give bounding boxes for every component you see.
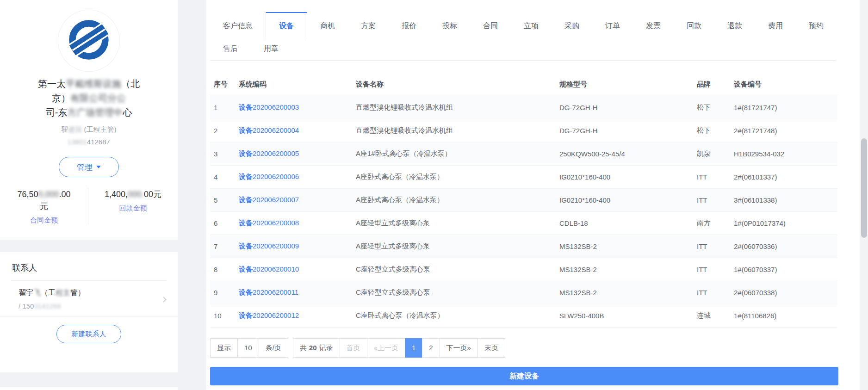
- device-code-link[interactable]: 设备202006200005: [239, 149, 299, 157]
- tab-row1-13[interactable]: 费用: [755, 12, 796, 40]
- cell-code: 设备202006200012: [239, 311, 356, 320]
- cell-index: 7: [210, 242, 239, 250]
- tab-bar: 客户信息设备商机方案报价投标合同立项采购订单发票回款退款费用预约 售后用章: [210, 0, 836, 61]
- column-header: 规格型号: [559, 80, 697, 89]
- table-header-row: 序号系统编码设备名称规格型号品牌设备编号: [210, 73, 837, 96]
- table-row: 1设备202006200003直燃型溴化锂吸收式冷温水机组DG-72GH-H松下…: [210, 96, 837, 119]
- new-device-button[interactable]: 新建设备: [210, 367, 838, 385]
- page-size-display-label: 显示: [210, 338, 238, 358]
- cell-name: C座卧式离心泵（冷温水泵）: [356, 311, 559, 320]
- amount-stats: 76,500,000.00 元 合同金额 1,400,000.00元 回款金额: [0, 187, 178, 225]
- table-row: 6设备202006200008A座轻型立式多级离心泵CDLB-18南方1#(0P…: [210, 212, 837, 235]
- cell-device_no: 2#(06070338): [734, 289, 837, 297]
- records-count: 共20记录: [293, 338, 340, 358]
- cell-name: C座轻型立式多级离心泵: [356, 288, 559, 297]
- received-amount-value: 1,400,000.00元: [88, 188, 178, 200]
- contacts-title: 联系人: [0, 252, 178, 273]
- tab-row1-7[interactable]: 立项: [511, 12, 552, 40]
- cell-device_no: H1B029534-032: [734, 150, 837, 158]
- tab-row1-14[interactable]: 预约: [796, 12, 837, 40]
- device-code-link[interactable]: 设备202006200009: [239, 242, 299, 250]
- cell-spec: MS132SB-2: [559, 266, 697, 273]
- bottom-panel-sliver: [0, 387, 178, 390]
- first-page-button: 首页: [340, 338, 367, 358]
- page-2-button[interactable]: 2: [422, 338, 440, 358]
- next-page-button[interactable]: 下一页»: [440, 338, 478, 358]
- device-code-link[interactable]: 设备202006200012: [239, 311, 299, 319]
- tab-row1-6[interactable]: 合同: [470, 12, 511, 40]
- tab-row1-3[interactable]: 方案: [348, 12, 389, 40]
- cell-index: 5: [210, 196, 239, 204]
- cell-device_no: 1#(0P01017374): [734, 219, 837, 227]
- contract-amount-link[interactable]: 合同金额: [0, 216, 88, 225]
- primary-contact-phone: 13801412687: [0, 138, 178, 146]
- tab-row1-10[interactable]: 发票: [633, 12, 674, 40]
- device-code-link[interactable]: 设备202006200008: [239, 219, 299, 227]
- tab-row-2: 售后用章: [210, 40, 836, 60]
- cell-code: 设备202006200006: [239, 173, 356, 181]
- tab-row1-1[interactable]: 设备: [266, 12, 307, 40]
- vertical-scrollbar[interactable]: [860, 0, 868, 390]
- cell-device_no: 2#(06070336): [734, 242, 837, 250]
- cell-brand: 松下: [697, 126, 734, 135]
- contacts-panel: 联系人 翟宇飞（工程主管） / 1500141268 新建联系人: [0, 252, 178, 372]
- device-code-link[interactable]: 设备202006200010: [239, 265, 299, 273]
- cell-spec: 250KQW500-25-45/4: [559, 150, 697, 158]
- last-page-button[interactable]: 末页: [477, 338, 505, 358]
- cell-code: 设备202006200007: [239, 196, 356, 204]
- prev-page-button: «上一页: [367, 338, 405, 358]
- cell-spec: DG-72GH-H: [559, 104, 697, 111]
- tab-row2-0[interactable]: 售后: [210, 40, 251, 60]
- customer-summary-panel: 第一太平戴维斯设施（北 京）有限公司分公 司-东方广场管理中心 翟建国 (工程主…: [0, 0, 178, 240]
- tab-row1-0[interactable]: 客户信息: [210, 12, 266, 40]
- column-header: 品牌: [697, 80, 734, 89]
- tab-row1-11[interactable]: 回款: [674, 12, 714, 40]
- cell-spec: DG-72GH-H: [559, 127, 697, 135]
- cell-device_no: 1#(06070337): [734, 266, 837, 273]
- tab-row1-12[interactable]: 退款: [714, 12, 755, 40]
- cell-index: 8: [210, 266, 239, 273]
- page-1-button[interactable]: 1: [405, 338, 422, 358]
- column-header: 设备名称: [356, 80, 559, 89]
- cell-spec: MS132SB-2: [559, 242, 697, 250]
- cell-code: 设备202006200003: [239, 103, 356, 112]
- tab-row2-1[interactable]: 用章: [251, 40, 291, 60]
- manage-button[interactable]: 管理: [59, 157, 119, 177]
- received-amount-link[interactable]: 回款金额: [88, 204, 178, 213]
- device-code-link[interactable]: 设备202006200007: [239, 196, 299, 204]
- cell-brand: ITT: [697, 242, 734, 250]
- device-code-link[interactable]: 设备202006200003: [239, 103, 299, 111]
- tab-row1-8[interactable]: 采购: [552, 12, 592, 40]
- column-header: 系统编码: [239, 80, 356, 89]
- cell-index: 3: [210, 150, 239, 158]
- scrollbar-thumb[interactable]: [861, 138, 867, 238]
- cell-index: 9: [210, 289, 239, 297]
- tab-row1-4[interactable]: 报价: [389, 12, 429, 40]
- cell-name: A座卧式离心泵（冷温水泵）: [356, 173, 559, 181]
- tab-row1-2[interactable]: 商机: [307, 12, 348, 40]
- cell-device_no: 1#(81106826): [734, 312, 837, 320]
- cell-name: C座轻型立式多级离心泵: [356, 265, 559, 274]
- contact-list-item[interactable]: 翟宇飞（工程主管） / 1500141268: [0, 281, 178, 317]
- page-size-select[interactable]: 10: [237, 338, 259, 358]
- cell-spec: IG0210*160-400: [559, 173, 697, 181]
- device-code-link[interactable]: 设备202006200011: [239, 288, 298, 296]
- cell-name: 直燃型溴化锂吸收式冷温水机组: [356, 126, 559, 135]
- tab-row1-9[interactable]: 订单: [592, 12, 633, 40]
- cell-index: 1: [210, 104, 239, 111]
- device-code-link[interactable]: 设备202006200004: [239, 126, 299, 134]
- new-contact-button[interactable]: 新建联系人: [56, 325, 121, 343]
- cell-code: 设备202006200008: [239, 219, 356, 228]
- chevron-right-icon: [161, 297, 167, 303]
- table-row: 3设备202006200005A座1#卧式离心泵（冷温水泵）250KQW500-…: [210, 142, 837, 166]
- column-header: 序号: [210, 80, 239, 89]
- tab-row1-5[interactable]: 投标: [429, 12, 470, 40]
- cell-brand: 连城: [697, 311, 734, 320]
- cell-index: 6: [210, 219, 239, 227]
- per-page-label: 条/页: [259, 338, 288, 358]
- cell-name: A座轻型立式多级离心泵: [356, 242, 559, 251]
- cell-spec: CDLB-18: [559, 219, 697, 227]
- device-code-link[interactable]: 设备202006200006: [239, 173, 299, 180]
- cell-spec: IG0210*160-400: [559, 196, 697, 204]
- company-name: 第一太平戴维斯设施（北 京）有限公司分公 司-东方广场管理中心: [11, 77, 167, 120]
